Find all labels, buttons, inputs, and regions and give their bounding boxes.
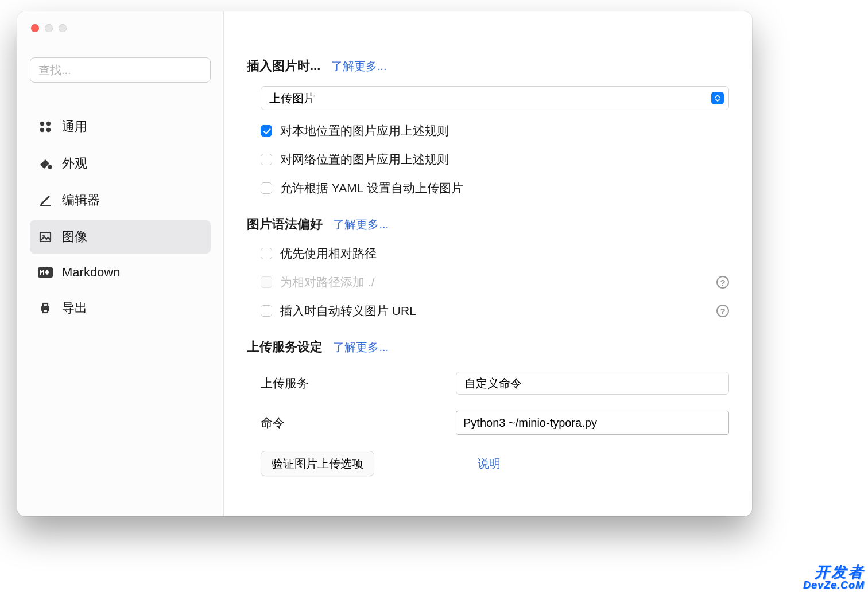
checkbox-label: 为相对路径添加 ./ <box>280 274 375 290</box>
help-icon[interactable]: ? <box>716 276 729 289</box>
button-label: 验证图片上传选项 <box>272 456 363 472</box>
sidebar-item-image[interactable]: 图像 <box>30 220 211 254</box>
checkbox-label: 对本地位置的图片应用上述规则 <box>280 123 449 139</box>
svg-rect-5 <box>40 205 51 206</box>
section-insert-image: 插入图片时... 了解更多... 上传图片 对本地位置的图片应用上述规则 对网络… <box>247 57 729 196</box>
checkbox[interactable] <box>261 125 272 137</box>
sidebar-item-label: 外观 <box>62 155 87 172</box>
sidebar-nav: 通用 外观 编辑器 图像 <box>30 110 211 325</box>
form-label-command: 命令 <box>261 415 456 431</box>
section-syntax-preference: 图片语法偏好 了解更多... 优先使用相对路径 为相对路径添加 ./ ? 插入时… <box>247 216 729 319</box>
learn-more-link[interactable]: 了解更多... <box>333 218 389 231</box>
help-icon[interactable]: ? <box>716 305 729 317</box>
checkbox-label: 允许根据 YAML 设置自动上传图片 <box>280 180 463 196</box>
upload-service-dropdown[interactable]: 自定义命令 <box>456 372 729 395</box>
svg-point-3 <box>46 128 51 132</box>
learn-more-link[interactable]: 了解更多... <box>331 60 387 72</box>
sidebar-item-label: 图像 <box>62 228 87 246</box>
sidebar-item-appearance[interactable]: 外观 <box>30 147 211 180</box>
learn-more-link[interactable]: 了解更多... <box>333 341 389 353</box>
checkbox[interactable] <box>261 248 272 259</box>
checkbox-row-escape-url[interactable]: 插入时自动转义图片 URL ? <box>261 303 729 319</box>
checkbox-row-prefix-dotslash: 为相对路径添加 ./ ? <box>261 274 729 290</box>
watermark: 开发者 DevZe.CoM <box>803 564 865 591</box>
search-input[interactable] <box>30 57 211 83</box>
content-panel: 插入图片时... 了解更多... 上传图片 对本地位置的图片应用上述规则 对网络… <box>224 11 752 516</box>
chevron-up-down-icon <box>711 92 724 104</box>
sidebar-item-export[interactable]: 导出 <box>30 291 211 325</box>
section-upload-service: 上传服务设定 了解更多... 上传服务 自定义命令 命令 验证图片上传选 <box>247 338 729 476</box>
svg-point-0 <box>40 122 44 126</box>
command-input[interactable] <box>456 411 729 435</box>
svg-rect-10 <box>43 303 48 306</box>
section-title: 图片语法偏好 <box>247 216 323 233</box>
svg-point-1 <box>46 122 51 126</box>
sidebar-item-markdown[interactable]: Markdown <box>30 257 211 288</box>
insert-action-dropdown[interactable]: 上传图片 <box>261 86 729 110</box>
checkbox-label: 优先使用相对路径 <box>280 246 377 262</box>
maximize-window-button[interactable] <box>59 24 67 32</box>
sidebar-item-label: 导出 <box>62 299 87 317</box>
chevron-up-down-icon <box>709 377 724 390</box>
preferences-window: 通用 外观 编辑器 图像 <box>17 11 752 516</box>
sidebar-item-label: 通用 <box>62 118 87 135</box>
checkbox-label: 对网络位置的图片应用上述规则 <box>280 151 449 168</box>
dropdown-value: 自定义命令 <box>464 376 522 391</box>
sidebar-item-label: Markdown <box>62 265 120 280</box>
pencil-icon <box>38 193 53 208</box>
form-label-upload-service: 上传服务 <box>261 375 456 391</box>
checkbox-row-relative-path[interactable]: 优先使用相对路径 <box>261 246 729 262</box>
sidebar-item-label: 编辑器 <box>62 192 100 209</box>
validate-upload-button[interactable]: 验证图片上传选项 <box>261 451 374 476</box>
paint-bucket-icon <box>38 156 53 171</box>
checkbox-label: 插入时自动转义图片 URL <box>280 303 416 319</box>
svg-point-2 <box>40 128 44 132</box>
markdown-icon <box>38 265 53 280</box>
dropdown-value: 上传图片 <box>269 91 315 106</box>
svg-point-4 <box>49 166 52 169</box>
minimize-window-button[interactable] <box>45 24 53 32</box>
window-controls <box>31 24 67 32</box>
close-window-button[interactable] <box>31 24 39 32</box>
checkbox[interactable] <box>261 182 272 194</box>
checkbox[interactable] <box>261 305 272 317</box>
watermark-line1: 开发者 <box>803 564 865 580</box>
sidebar: 通用 外观 编辑器 图像 <box>17 11 224 516</box>
checkbox-row-yaml[interactable]: 允许根据 YAML 设置自动上传图片 <box>261 180 729 196</box>
checkbox <box>261 276 272 288</box>
image-icon <box>38 229 53 244</box>
checkbox[interactable] <box>261 154 272 165</box>
sidebar-item-general[interactable]: 通用 <box>30 110 211 143</box>
checkbox-row-network[interactable]: 对网络位置的图片应用上述规则 <box>261 151 729 168</box>
grid-icon <box>38 119 53 134</box>
svg-rect-11 <box>43 309 48 313</box>
sidebar-item-editor[interactable]: 编辑器 <box>30 184 211 217</box>
description-link[interactable]: 说明 <box>478 456 501 472</box>
printer-icon <box>38 301 53 316</box>
section-title: 上传服务设定 <box>247 338 323 356</box>
watermark-line2: DevZe.CoM <box>803 580 865 591</box>
checkbox-row-local[interactable]: 对本地位置的图片应用上述规则 <box>261 123 729 139</box>
section-title: 插入图片时... <box>247 57 320 75</box>
